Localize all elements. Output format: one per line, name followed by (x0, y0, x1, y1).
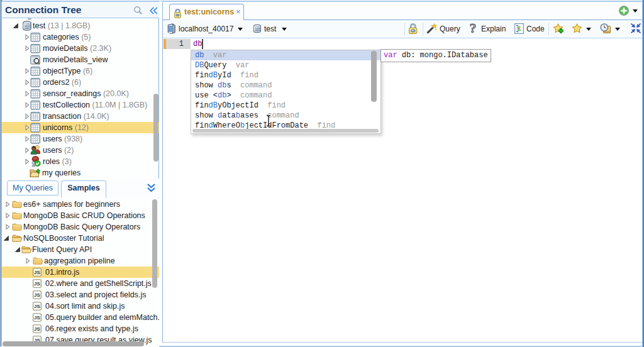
svg-text:JS: JS (34, 292, 40, 298)
svg-text:JS: JS (34, 304, 40, 309)
svg-text:?: ? (470, 23, 477, 34)
svg-text:JS: JS (34, 270, 40, 275)
svg-text:JS: JS (34, 281, 40, 287)
svg-text:JS: JS (34, 326, 40, 332)
svg-text:JS: JS (34, 315, 40, 321)
